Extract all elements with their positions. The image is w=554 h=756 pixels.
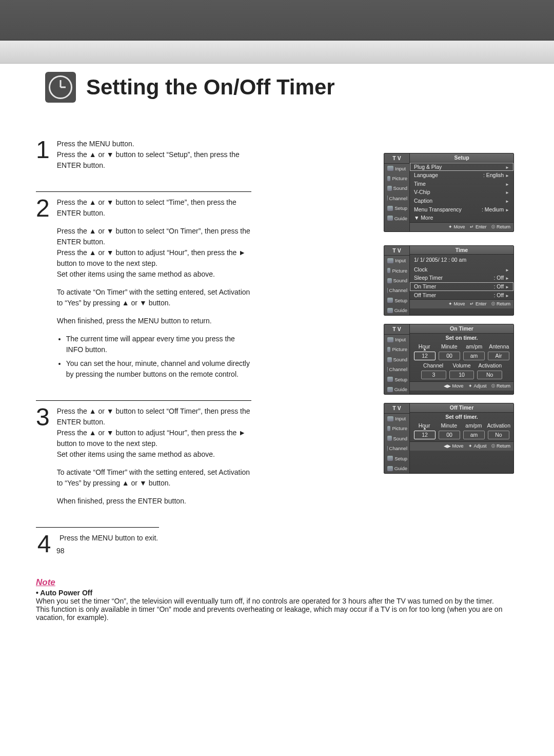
note-block: Note • Auto Power Off When you set the t…: [36, 577, 518, 622]
step-text: When finished, press the MENU button to …: [57, 316, 251, 326]
step-2: 2 Press the ▲ or ▼ button to select “Tim…: [36, 191, 251, 400]
note-heading: Note: [36, 577, 518, 588]
step-text: To activate “On Timer” with the setting …: [57, 287, 251, 308]
page-number: 98: [56, 547, 65, 555]
step-text: Press the MENU button. Press the ▲ or ▼ …: [57, 139, 251, 171]
osd-setup: T V Input Picture Sound Channel Setup Gu…: [384, 153, 514, 232]
osd-on-timer: T V Input Picture Sound Channel Setup Gu…: [384, 324, 514, 395]
steel-band: [0, 41, 554, 64]
osd-title: On Timer: [410, 324, 513, 334]
step-text: Press the ▲ or ▼ button to select “Time”…: [57, 197, 251, 219]
step-text: To activate “Off Timer” with the setting…: [57, 467, 251, 489]
page-title: Setting the On/Off Timer: [86, 75, 335, 100]
step-number: 1: [36, 139, 50, 161]
osd-title: Setup: [410, 153, 513, 163]
step-number: 4: [36, 533, 52, 555]
step-bullets: The current time will appear every time …: [57, 334, 251, 380]
clock-icon: [45, 72, 76, 103]
note-body: When you set the timer “On”, the televis…: [36, 597, 518, 622]
step-text: Press the MENU button to exit.: [60, 533, 158, 544]
step-number: 3: [36, 406, 50, 428]
osd-title: Off Timer: [410, 403, 513, 413]
step-4: 4 Press the MENU button to exit.: [36, 527, 159, 568]
step-text: Press the ▲ or ▼ button to select “Off T…: [57, 406, 251, 460]
step-1: 1 Press the MENU button. Press the ▲ or …: [36, 133, 251, 191]
step-text: Press the ▲ or ▼ button to select “On Ti…: [57, 226, 251, 280]
step-3: 3 Press the ▲ or ▼ button to select “Off…: [36, 400, 251, 527]
top-banner: [0, 0, 554, 41]
osd-off-timer: T V Input Picture Sound Channel Setup Gu…: [384, 403, 514, 474]
step-text: When finished, press the ENTER button.: [57, 496, 251, 507]
note-subheading: • Auto Power Off: [36, 589, 518, 597]
step-number: 2: [36, 197, 50, 219]
osd-datetime: 1/ 1/ 2005/ 12 : 00 am: [410, 255, 513, 265]
osd-time: T V Input Picture Sound Channel Setup Gu…: [384, 245, 514, 316]
osd-title: Time: [410, 246, 513, 255]
